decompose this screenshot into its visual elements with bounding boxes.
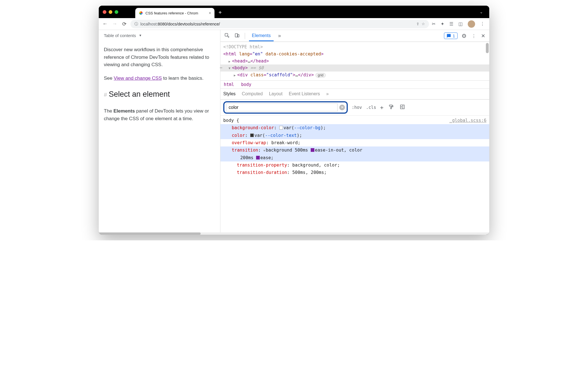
devtools-panel: Elements » 1 ⚙ ⋮ ✕ <!DOCTYPE html> <html… (220, 30, 489, 234)
bezier-swatch-icon[interactable] (311, 148, 314, 152)
color-swatch-icon[interactable] (250, 133, 254, 137)
svg-rect-4 (391, 108, 392, 109)
head-element-line[interactable]: ▶<head>…</head> (223, 58, 486, 65)
forward-button[interactable]: → (111, 21, 118, 27)
body-element-line-selected[interactable]: ▼<body> == $0 (220, 64, 489, 72)
reload-button[interactable]: ⟳ (121, 21, 128, 27)
elements-paragraph: The Elements panel of DevTools lets you … (104, 107, 215, 122)
table-of-contents-toggle[interactable]: Table of contents ▼ (104, 32, 215, 39)
grid-badge[interactable]: grid (316, 73, 326, 77)
extensions-icon[interactable]: ✦ (441, 21, 444, 27)
rule-selector-line[interactable]: body { _global.scss:6 (223, 117, 486, 124)
expand-triangle-icon[interactable]: ▼ (263, 149, 265, 152)
styles-filter-input[interactable] (226, 103, 338, 111)
tabs-dropdown-icon[interactable]: ⌄ (480, 10, 483, 14)
source-link[interactable]: _global.scss:6 (449, 117, 486, 124)
page-content: Table of contents ▼ Discover new workflo… (99, 30, 220, 234)
see-paragraph: See View and change CSS to learn the bas… (104, 75, 215, 82)
background-color-declaration[interactable]: background-color: var(--color-bg); (220, 124, 489, 131)
div-scaffold-line[interactable]: ▶<div class="scaffold">…</div>grid (223, 72, 486, 79)
doctype-line: <!DOCTYPE html> (223, 44, 486, 51)
paint-roller-icon[interactable] (387, 104, 395, 110)
layout-tab[interactable]: Layout (269, 91, 282, 96)
browser-toolbar: ← → ⟳ ⓘ localhost:8080/docs/devtools/css… (99, 18, 489, 30)
overflow-wrap-declaration[interactable]: overflow-wrap: break-word; (223, 139, 486, 146)
transition-property-declaration[interactable]: transition-property: background, color; (223, 161, 486, 169)
clear-filter-icon[interactable]: ✕ (339, 105, 345, 110)
svg-rect-3 (389, 105, 392, 107)
side-panel-icon[interactable]: ◫ (458, 21, 463, 27)
computed-panel-toggle-icon[interactable] (399, 104, 406, 110)
device-toolbar-icon[interactable] (233, 33, 241, 39)
caret-down-icon: ▼ (139, 33, 142, 38)
share-icon[interactable]: ⇧ (416, 22, 419, 26)
reading-list-icon[interactable]: ☰ (449, 21, 453, 27)
color-declaration[interactable]: color: var(--color-text); (220, 132, 489, 139)
profile-avatar[interactable] (468, 20, 475, 28)
styles-tab[interactable]: Styles (223, 91, 236, 96)
styles-pane[interactable]: body { _global.scss:6 background-color: … (220, 116, 489, 234)
back-button[interactable]: ← (102, 21, 108, 27)
breadcrumb-body[interactable]: body (241, 82, 251, 87)
browser-tab[interactable]: CSS features reference - Chrom × (135, 8, 214, 18)
heading-anchor-hash[interactable]: # (104, 90, 107, 99)
more-tabs-icon[interactable]: » (276, 33, 283, 39)
close-devtools-icon[interactable]: ✕ (480, 33, 486, 39)
dom-scrollbar[interactable] (486, 43, 489, 79)
transition-declaration[interactable]: transition: ▼background 500ms ease-in-ou… (220, 146, 489, 154)
styles-subtabs: Styles Computed Layout Event Listeners » (220, 89, 489, 100)
new-rule-button[interactable]: + (380, 104, 383, 111)
traffic-lights (103, 10, 118, 14)
bookmark-icon[interactable]: ☆ (422, 22, 425, 26)
devtools-menu-icon[interactable]: ⋮ (471, 33, 477, 38)
transition-duration-declaration[interactable]: transition-duration: 500ms, 200ms; (223, 169, 486, 176)
elements-tab[interactable]: Elements (249, 30, 274, 41)
maximize-window-button[interactable] (115, 10, 118, 14)
close-window-button[interactable] (103, 10, 106, 14)
horizontal-scrollbar[interactable] (99, 232, 489, 235)
bezier-swatch-icon[interactable] (256, 156, 260, 159)
hov-button[interactable]: :hov (352, 105, 362, 110)
tab-title: CSS features reference - Chrom (145, 11, 207, 15)
event-listeners-tab[interactable]: Event Listeners (289, 91, 320, 96)
inspect-element-icon[interactable] (223, 33, 231, 39)
styles-filter-highlight: ✕ (223, 101, 348, 114)
new-tab-button[interactable]: + (218, 9, 222, 16)
toc-label: Table of contents (104, 32, 136, 39)
site-info-icon[interactable]: ⓘ (134, 21, 138, 27)
breadcrumb-html[interactable]: html (224, 82, 234, 87)
expand-arrow-icon[interactable]: ▶ (234, 73, 237, 78)
expand-arrow-icon[interactable]: ▶ (229, 59, 232, 64)
view-change-css-link[interactable]: View and change CSS (114, 76, 162, 81)
select-element-heading: Select an element (109, 89, 170, 100)
transition-declaration-line2[interactable]: 200ms ease; (220, 154, 489, 161)
html-element-line[interactable]: <html lang="en" data-cookies-accepted> (223, 51, 486, 58)
collapse-arrow-icon[interactable]: ▼ (229, 66, 232, 71)
cls-button[interactable]: .cls (366, 105, 376, 110)
chrome-favicon-icon (139, 11, 143, 15)
url-text: localhost:8080/docs/devtools/css/referen… (140, 22, 220, 26)
scissors-icon[interactable]: ✂ (432, 21, 435, 27)
content-area: Table of contents ▼ Discover new workflo… (99, 30, 489, 234)
settings-gear-icon[interactable]: ⚙ (460, 33, 468, 39)
more-subtabs-icon[interactable]: » (326, 91, 329, 96)
issues-count: 1 (453, 33, 455, 38)
issues-badge[interactable]: 1 (444, 33, 458, 39)
chrome-menu-icon[interactable]: ⋮ (480, 21, 485, 27)
browser-window: CSS features reference - Chrom × + ⌄ ← →… (99, 6, 489, 235)
devtools-tabbar: Elements » 1 ⚙ ⋮ ✕ (220, 30, 489, 42)
close-tab-icon[interactable]: × (209, 11, 211, 15)
computed-tab[interactable]: Computed (242, 91, 263, 96)
titlebar: CSS features reference - Chrom × + ⌄ (99, 6, 489, 18)
color-swatch-icon[interactable] (279, 126, 283, 130)
dom-breadcrumb: html body (220, 80, 489, 89)
intro-paragraph: Discover new workflows in this comprehen… (104, 46, 215, 68)
styles-toolbar: ✕ :hov .cls + (220, 100, 489, 116)
address-bar[interactable]: ⓘ localhost:8080/docs/devtools/css/refer… (130, 20, 429, 28)
dom-tree[interactable]: <!DOCTYPE html> <html lang="en" data-coo… (220, 42, 489, 80)
minimize-window-button[interactable] (109, 10, 112, 14)
